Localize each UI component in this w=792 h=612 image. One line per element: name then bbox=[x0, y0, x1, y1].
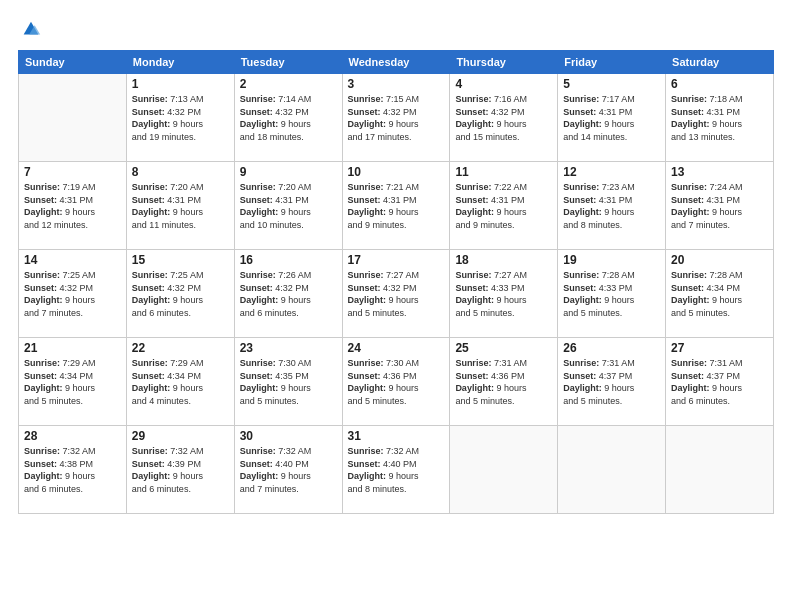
day-number: 2 bbox=[240, 77, 337, 91]
table-row: 11Sunrise: 7:22 AMSunset: 4:31 PMDayligh… bbox=[450, 162, 558, 250]
day-info: Daylight: 9 hours bbox=[455, 382, 552, 395]
day-info: Sunset: 4:34 PM bbox=[24, 370, 121, 383]
day-info: and 19 minutes. bbox=[132, 131, 229, 144]
table-row: 21Sunrise: 7:29 AMSunset: 4:34 PMDayligh… bbox=[19, 338, 127, 426]
day-info: Daylight: 9 hours bbox=[563, 294, 660, 307]
day-info: and 8 minutes. bbox=[348, 483, 445, 496]
day-number: 17 bbox=[348, 253, 445, 267]
day-info: Sunrise: 7:20 AM bbox=[132, 181, 229, 194]
day-info: and 5 minutes. bbox=[348, 307, 445, 320]
day-info: Daylight: 9 hours bbox=[563, 206, 660, 219]
day-number: 16 bbox=[240, 253, 337, 267]
day-info: Sunset: 4:32 PM bbox=[24, 282, 121, 295]
day-info: Sunrise: 7:18 AM bbox=[671, 93, 768, 106]
day-info: Sunrise: 7:14 AM bbox=[240, 93, 337, 106]
day-info: Daylight: 9 hours bbox=[24, 382, 121, 395]
col-sunday: Sunday bbox=[19, 51, 127, 74]
table-row: 19Sunrise: 7:28 AMSunset: 4:33 PMDayligh… bbox=[558, 250, 666, 338]
day-info: Sunrise: 7:21 AM bbox=[348, 181, 445, 194]
day-number: 22 bbox=[132, 341, 229, 355]
table-row: 27Sunrise: 7:31 AMSunset: 4:37 PMDayligh… bbox=[666, 338, 774, 426]
day-info: and 6 minutes. bbox=[132, 483, 229, 496]
day-info: and 5 minutes. bbox=[240, 395, 337, 408]
day-info: Sunset: 4:37 PM bbox=[563, 370, 660, 383]
day-info: Sunrise: 7:29 AM bbox=[132, 357, 229, 370]
day-info: Sunset: 4:31 PM bbox=[563, 194, 660, 207]
day-info: Sunset: 4:37 PM bbox=[671, 370, 768, 383]
table-row: 16Sunrise: 7:26 AMSunset: 4:32 PMDayligh… bbox=[234, 250, 342, 338]
logo-icon bbox=[20, 18, 42, 40]
day-info: Daylight: 9 hours bbox=[24, 294, 121, 307]
day-info: Sunrise: 7:20 AM bbox=[240, 181, 337, 194]
day-info: Sunset: 4:32 PM bbox=[132, 282, 229, 295]
day-info: Sunrise: 7:32 AM bbox=[240, 445, 337, 458]
day-info: Sunset: 4:32 PM bbox=[455, 106, 552, 119]
calendar-week-row: 28Sunrise: 7:32 AMSunset: 4:38 PMDayligh… bbox=[19, 426, 774, 514]
day-info: and 9 minutes. bbox=[455, 219, 552, 232]
table-row: 3Sunrise: 7:15 AMSunset: 4:32 PMDaylight… bbox=[342, 74, 450, 162]
day-number: 27 bbox=[671, 341, 768, 355]
day-info: Daylight: 9 hours bbox=[240, 118, 337, 131]
table-row: 9Sunrise: 7:20 AMSunset: 4:31 PMDaylight… bbox=[234, 162, 342, 250]
day-info: and 7 minutes. bbox=[671, 219, 768, 232]
table-row: 20Sunrise: 7:28 AMSunset: 4:34 PMDayligh… bbox=[666, 250, 774, 338]
day-info: Daylight: 9 hours bbox=[348, 206, 445, 219]
table-row: 23Sunrise: 7:30 AMSunset: 4:35 PMDayligh… bbox=[234, 338, 342, 426]
calendar-header-row: Sunday Monday Tuesday Wednesday Thursday… bbox=[19, 51, 774, 74]
col-saturday: Saturday bbox=[666, 51, 774, 74]
day-info: Sunrise: 7:13 AM bbox=[132, 93, 229, 106]
day-number: 4 bbox=[455, 77, 552, 91]
page: Sunday Monday Tuesday Wednesday Thursday… bbox=[0, 0, 792, 612]
day-info: and 6 minutes. bbox=[24, 483, 121, 496]
day-number: 29 bbox=[132, 429, 229, 443]
day-info: and 11 minutes. bbox=[132, 219, 229, 232]
day-info: and 7 minutes. bbox=[240, 483, 337, 496]
day-info: Sunrise: 7:32 AM bbox=[24, 445, 121, 458]
calendar-week-row: 21Sunrise: 7:29 AMSunset: 4:34 PMDayligh… bbox=[19, 338, 774, 426]
day-info: Sunrise: 7:29 AM bbox=[24, 357, 121, 370]
day-info: Sunset: 4:31 PM bbox=[24, 194, 121, 207]
table-row: 7Sunrise: 7:19 AMSunset: 4:31 PMDaylight… bbox=[19, 162, 127, 250]
day-info: and 5 minutes. bbox=[348, 395, 445, 408]
day-info: Sunset: 4:31 PM bbox=[132, 194, 229, 207]
day-info: Daylight: 9 hours bbox=[348, 470, 445, 483]
day-info: and 18 minutes. bbox=[240, 131, 337, 144]
day-info: Sunrise: 7:24 AM bbox=[671, 181, 768, 194]
day-info: Sunrise: 7:19 AM bbox=[24, 181, 121, 194]
day-number: 18 bbox=[455, 253, 552, 267]
day-number: 24 bbox=[348, 341, 445, 355]
day-info: Sunrise: 7:32 AM bbox=[132, 445, 229, 458]
col-tuesday: Tuesday bbox=[234, 51, 342, 74]
day-info: Sunrise: 7:32 AM bbox=[348, 445, 445, 458]
day-info: and 15 minutes. bbox=[455, 131, 552, 144]
day-info: Daylight: 9 hours bbox=[240, 206, 337, 219]
day-info: Daylight: 9 hours bbox=[455, 206, 552, 219]
day-info: Sunrise: 7:22 AM bbox=[455, 181, 552, 194]
day-info: Sunset: 4:32 PM bbox=[348, 106, 445, 119]
day-number: 6 bbox=[671, 77, 768, 91]
table-row: 14Sunrise: 7:25 AMSunset: 4:32 PMDayligh… bbox=[19, 250, 127, 338]
table-row: 18Sunrise: 7:27 AMSunset: 4:33 PMDayligh… bbox=[450, 250, 558, 338]
day-info: Sunset: 4:38 PM bbox=[24, 458, 121, 471]
day-info: Sunrise: 7:25 AM bbox=[132, 269, 229, 282]
table-row: 22Sunrise: 7:29 AMSunset: 4:34 PMDayligh… bbox=[126, 338, 234, 426]
day-info: Daylight: 9 hours bbox=[671, 118, 768, 131]
day-info: and 7 minutes. bbox=[24, 307, 121, 320]
day-number: 28 bbox=[24, 429, 121, 443]
day-info: and 8 minutes. bbox=[563, 219, 660, 232]
day-info: Daylight: 9 hours bbox=[132, 118, 229, 131]
day-info: Sunset: 4:31 PM bbox=[240, 194, 337, 207]
day-info: and 5 minutes. bbox=[671, 307, 768, 320]
table-row bbox=[558, 426, 666, 514]
day-info: and 5 minutes. bbox=[24, 395, 121, 408]
day-info: and 5 minutes. bbox=[563, 395, 660, 408]
day-info: Sunrise: 7:28 AM bbox=[563, 269, 660, 282]
day-info: and 14 minutes. bbox=[563, 131, 660, 144]
day-info: and 9 minutes. bbox=[348, 219, 445, 232]
day-info: Sunrise: 7:27 AM bbox=[348, 269, 445, 282]
day-info: Sunset: 4:32 PM bbox=[240, 282, 337, 295]
day-info: Sunrise: 7:16 AM bbox=[455, 93, 552, 106]
table-row: 28Sunrise: 7:32 AMSunset: 4:38 PMDayligh… bbox=[19, 426, 127, 514]
day-info: Sunrise: 7:25 AM bbox=[24, 269, 121, 282]
day-info: Sunrise: 7:30 AM bbox=[348, 357, 445, 370]
